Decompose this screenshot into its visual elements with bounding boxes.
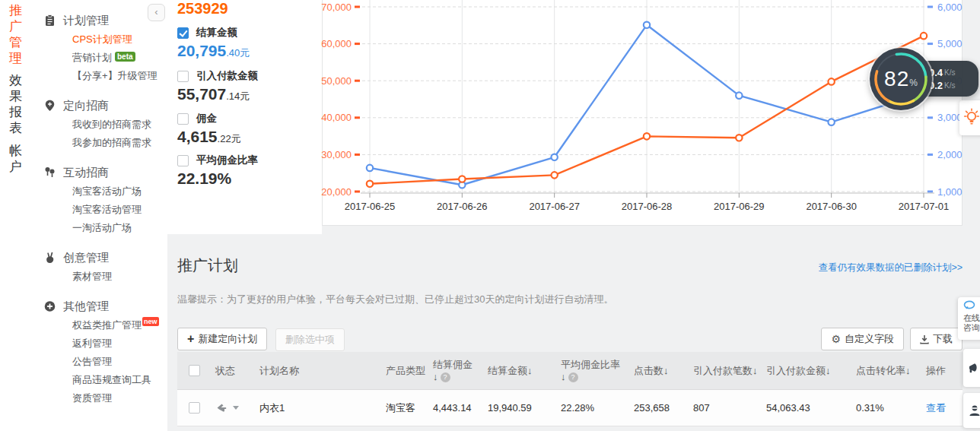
download-button[interactable]: 下载 [910,328,963,350]
stat-value-int: 4,615 [177,128,218,145]
sidebar-item-2-1[interactable]: 我收到的招商需求 [44,116,166,134]
plans-section: 推广计划 查看仍有效果数据的已删除计划>> 温馨提示：为了更好的用户体验，平台每… [167,234,980,431]
sidebar-item-label: CPS计划管理 [72,33,132,45]
announcement-widget[interactable] [963,349,980,387]
col-header-label: 点击转化率 [856,365,905,376]
sort-icon[interactable]: ↓ [433,371,438,382]
deleted-plans-link[interactable]: 查看仍有效果数据的已删除计划>> [818,261,963,274]
sidebar-group-header-3[interactable]: 互动招商 [44,163,166,182]
delete-selected-button[interactable]: 删除选中项 [275,328,345,351]
sidebar-item-5-5[interactable]: 资质管理 [44,389,166,407]
stat-label: 佣金 [196,112,217,125]
svg-text:50,000: 50,000 [321,75,352,87]
sidebar-item-4-1[interactable]: 素材管理 [44,268,166,286]
row-status-cell [211,401,255,415]
new-badge: new [142,317,159,326]
sidebar-group-label: 其他管理 [63,299,109,314]
stat-value: 55,707.14元 [177,85,258,103]
sort-icon[interactable]: ↓ [905,365,911,376]
usage-percent-indicator[interactable]: 82 % [870,48,932,110]
sidebar-item-5-3[interactable]: 公告管理 [44,353,166,371]
sidebar-item-3-1[interactable]: 淘宝客活动广场 [44,182,166,201]
row-cell-settle-commission: 4,443.14 [428,402,483,414]
vnav-item-2[interactable]: 效果报表 [9,72,24,136]
vnav-item-1[interactable]: 推广管理 [9,2,24,66]
sidebar-item-label: 淘宝客活动管理 [72,204,142,215]
hand-icon [44,252,56,264]
col-header-avg-commission-rate: 平均佣金比率↓? [556,359,629,383]
svg-text:2,000: 2,000 [937,149,963,160]
sidebar-menu: 计划管理CPS计划管理营销计划beta【分享+】升级管理定向招商我收到的招商需求… [44,0,166,412]
help-icon[interactable]: ? [441,372,450,382]
checkbox-unchecked[interactable] [177,71,189,82]
sidebar-item-5-1[interactable]: 权益类推广管理new [44,316,166,334]
sidebar-item-2-2[interactable]: 我参加的招商需求 [44,134,166,152]
svg-text:2017-06-30: 2017-06-30 [806,201,857,212]
svg-text:2017-06-28: 2017-06-28 [622,201,673,212]
sidebar-item-1-3[interactable]: 【分享+】升级管理 [44,67,166,85]
plus-icon: + [187,333,194,345]
sidebar-item-label: 资质管理 [72,392,112,404]
sidebar-group-2: 定向招商我收到的招商需求我参加的招商需求 [44,96,166,152]
col-header-controls: ↓? [433,371,483,383]
sidebar-item-3-2[interactable]: 淘宝客活动管理 [44,201,166,219]
status-control[interactable] [215,401,255,415]
tip-bulb-widget[interactable] [959,100,980,135]
stat-value: 4,615.22元 [177,128,241,146]
sidebar-group-header-5[interactable]: 其他管理 [44,296,166,316]
col-header-action: 操作 [921,365,963,377]
sidebar-item-5-2[interactable]: 返利管理 [44,334,166,353]
row-cell-avg-commission-rate: 22.28% [556,402,629,414]
consult-label-line1: 在线 [963,313,980,323]
row-checkbox-cell [177,402,211,414]
sidebar-item-5-4[interactable]: 商品违规查询工具 [44,371,166,389]
sort-icon[interactable]: ↓ [826,365,831,376]
sidebar-item-1-1[interactable]: CPS计划管理 [44,30,166,49]
checkbox-checked[interactable] [177,27,189,39]
new-plan-button[interactable]: + 新建定向计划 [177,328,267,350]
svg-text:2017-06-29: 2017-06-29 [714,201,765,212]
col-header-label: 平均佣金比率 [561,359,629,371]
sidebar-item-label: 我收到的招商需求 [72,119,151,130]
stat-label-row: 佣金 [177,111,241,126]
sort-icon[interactable]: ↓ [561,371,566,382]
col-header-label: 状态 [215,365,235,376]
sidebar-group-4: 创意管理素材管理 [44,248,166,286]
col-header-label: 点击数 [634,365,663,376]
sidebar-group-label: 计划管理 [63,14,109,28]
stat-value-frac: .14元 [226,90,250,102]
sidebar-group-header-1[interactable]: 计划管理 [44,11,166,30]
checkbox-unchecked[interactable] [177,113,189,125]
sidebar-item-3-3[interactable]: 一淘活动广场 [44,219,166,237]
stat-value: 20,795.40元 [177,42,250,60]
help-icon[interactable]: ? [568,372,578,382]
checkbox-unchecked[interactable] [177,155,189,166]
usage-percent-text: 82 % [870,48,932,110]
svg-text:2017-06-26: 2017-06-26 [437,201,488,212]
select-all-checkbox[interactable] [189,365,200,376]
megaphone-icon [968,362,980,374]
col-header-settle-amount: 结算金额↓ [483,365,556,377]
col-header-label: 引入付款笔数 [693,365,752,376]
custom-fields-button[interactable]: ⚙ 自定义字段 [821,328,904,350]
svg-text:5,000: 5,000 [937,38,963,49]
sidebar-group-header-2[interactable]: 定向招商 [44,96,166,116]
status-caret-icon[interactable] [233,406,239,410]
stat-label: 平均佣金比率 [196,154,258,167]
sidebar-group-header-4[interactable]: 创意管理 [44,248,166,268]
sort-icon[interactable]: ↓ [527,365,533,376]
sort-icon[interactable]: ↓ [663,365,669,376]
row-checkbox[interactable] [189,402,200,414]
sidebar-item-label: 【分享+】升级管理 [72,70,158,81]
trend-chart-panel: 70,0006,00060,0005,00050,0004,00040,0003… [322,0,963,226]
view-plan-link[interactable]: 查看 [926,402,946,414]
row-cell-click-cvr: 0.31% [851,402,921,414]
status-hand-icon[interactable] [215,401,228,415]
vnav-item-3[interactable]: 帐户 [9,143,24,175]
sidebar-item-1-2[interactable]: 营销计划beta [44,49,166,67]
stat-value-int: 20,795 [177,42,226,59]
sidebar-group-1: 计划管理CPS计划管理营销计划beta【分享+】升级管理 [44,11,166,85]
online-consult-widget[interactable]: 在线 咨询 [958,297,980,340]
customer-service-widget[interactable] [963,393,980,428]
sort-icon[interactable]: ↓ [752,365,758,376]
